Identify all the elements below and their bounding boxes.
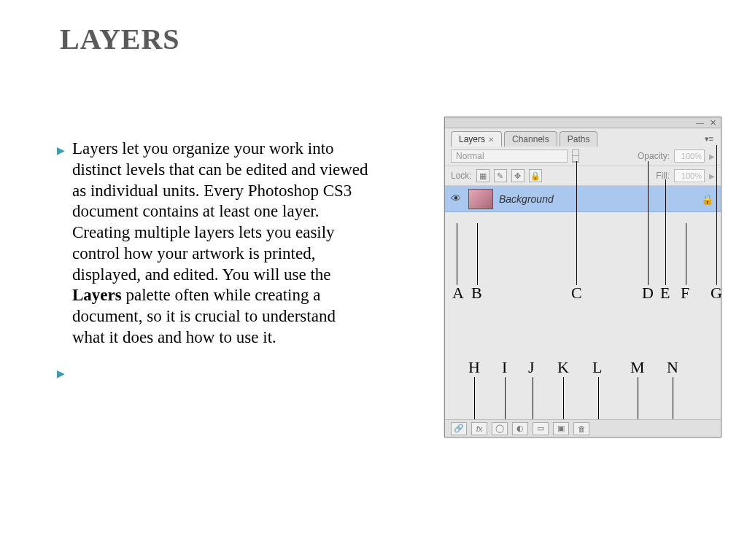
adjustment-icon[interactable]: ◐ xyxy=(512,422,528,435)
callout-D: D xyxy=(642,284,654,303)
layer-lock-icon[interactable]: 🔒 xyxy=(701,193,713,205)
blend-mode-select[interactable]: Normal xyxy=(451,149,568,163)
lock-label: Lock: xyxy=(451,171,472,181)
layer-row-background[interactable]: 👁 Background 🔒 xyxy=(445,186,721,212)
tab-channels[interactable]: Channels xyxy=(504,131,557,147)
bullet-icon: ▶ xyxy=(57,144,65,157)
callout-line xyxy=(477,223,478,285)
body-text-part1: Layers let you organize your work into d… xyxy=(72,139,368,284)
callout-line xyxy=(686,223,686,285)
blend-opacity-row: Normal Opacity: 100% ▶ xyxy=(445,147,721,166)
panel-bottom-bar: 🔗 fx ◯ ◐ ▭ ▣ 🗑 xyxy=(445,419,721,437)
tabs-row: Layers✕ Channels Paths ▾≡ xyxy=(445,128,721,147)
close-tab-icon[interactable]: ✕ xyxy=(488,136,494,144)
link-icon[interactable]: 🔗 xyxy=(451,422,467,435)
callout-line xyxy=(576,161,577,285)
opacity-value[interactable]: 100% xyxy=(674,149,705,163)
callout-line xyxy=(638,377,638,419)
callout-line xyxy=(533,377,533,419)
callout-line xyxy=(716,145,717,285)
lock-fill-row: Lock: ▦ ✎ ✥ 🔒 Fill: 100% ▶ xyxy=(445,166,721,186)
slide-title: LAYERS xyxy=(60,22,180,56)
callout-C: C xyxy=(571,284,582,303)
lock-position-icon[interactable]: ✥ xyxy=(511,169,525,182)
callout-L: L xyxy=(592,358,602,377)
callout-J: J xyxy=(528,358,535,377)
callout-N: N xyxy=(667,358,678,377)
body-text-bold: Layers xyxy=(72,286,122,304)
layers-panel: — ✕ Layers✕ Channels Paths ▾≡ Normal Opa… xyxy=(444,117,721,438)
trash-icon[interactable]: 🗑 xyxy=(573,422,589,435)
callout-line xyxy=(563,377,564,419)
callout-line xyxy=(648,161,649,285)
lock-all-icon[interactable]: 🔒 xyxy=(529,169,542,182)
tab-layers[interactable]: Layers✕ xyxy=(451,131,502,147)
opacity-arrow-icon[interactable]: ▶ xyxy=(709,152,715,160)
callout-line xyxy=(505,377,506,419)
layer-thumbnail[interactable] xyxy=(468,189,493,209)
tab-paths[interactable]: Paths xyxy=(560,131,598,147)
fill-value[interactable]: 100% xyxy=(674,169,705,182)
lock-transparency-icon[interactable]: ▦ xyxy=(476,169,489,182)
new-layer-icon[interactable]: ▣ xyxy=(553,422,569,435)
callout-A: A xyxy=(452,284,464,303)
tab-layers-label: Layers xyxy=(459,134,485,144)
callout-H: H xyxy=(468,358,480,377)
fill-label: Fill: xyxy=(656,171,670,181)
visibility-icon[interactable]: 👁 xyxy=(449,192,462,206)
callout-line xyxy=(474,377,475,419)
body-content: ▶ Layers let you organize your work into… xyxy=(57,139,371,393)
minimize-icon[interactable]: — xyxy=(696,118,704,127)
callout-B: B xyxy=(471,284,482,303)
panel-top-bar: — ✕ xyxy=(445,117,721,128)
callout-E: E xyxy=(660,284,670,303)
callout-line xyxy=(665,179,666,285)
folder-icon[interactable]: ▭ xyxy=(533,422,549,435)
fill-arrow-icon[interactable]: ▶ xyxy=(709,172,715,180)
opacity-label: Opacity: xyxy=(638,151,670,161)
bullet-item: ▶ Layers let you organize your work into… xyxy=(57,139,371,349)
fx-icon[interactable]: fx xyxy=(471,422,487,435)
callout-F: F xyxy=(681,284,689,303)
bullet-item-empty: ▶ xyxy=(57,362,371,380)
lock-pixels-icon[interactable]: ✎ xyxy=(494,169,507,182)
callout-line xyxy=(457,223,457,285)
callout-I: I xyxy=(502,358,507,377)
callout-line xyxy=(598,377,599,419)
panel-menu-icon[interactable]: ▾≡ xyxy=(705,134,713,144)
body-text: Layers let you organize your work into d… xyxy=(72,139,371,349)
bullet-icon: ▶ xyxy=(57,368,65,380)
callout-M: M xyxy=(630,358,645,377)
mask-icon[interactable]: ◯ xyxy=(492,422,508,435)
callout-line xyxy=(673,377,673,419)
close-icon[interactable]: ✕ xyxy=(710,118,716,128)
blend-stepper[interactable] xyxy=(572,149,579,163)
callout-K: K xyxy=(557,358,569,377)
callout-G: G xyxy=(711,284,722,303)
